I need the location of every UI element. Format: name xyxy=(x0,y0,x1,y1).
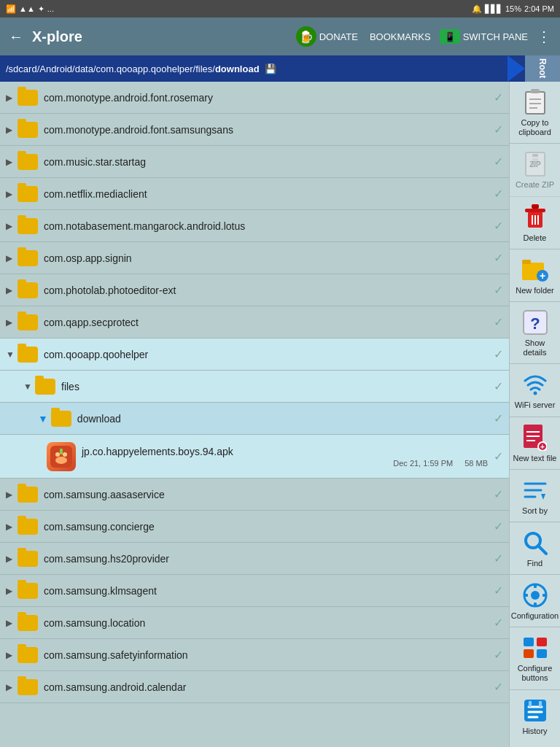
svg-point-1 xyxy=(55,452,60,457)
battery-text: 15% xyxy=(505,4,521,13)
list-item[interactable]: ▶ com.samsung.aasaservice ✓ xyxy=(0,479,509,511)
list-item[interactable]: ▶ com.samsung.safetyinformation ✓ xyxy=(0,639,509,671)
expand-arrow: ▶ xyxy=(6,522,18,532)
svg-text:?: ? xyxy=(530,314,540,333)
list-item[interactable]: ▶ com.samsung.concierge ✓ xyxy=(0,511,509,543)
expand-arrow: ▶ xyxy=(6,157,18,167)
question-icon: ? xyxy=(522,309,548,336)
svg-rect-4 xyxy=(60,449,63,454)
check-icon: ✓ xyxy=(494,449,503,463)
list-item[interactable]: ▶ com.monotype.android.font.rosemary ✓ xyxy=(0,82,509,114)
folder-icon xyxy=(18,347,38,363)
list-item[interactable]: ▼ com.qooapp.qoohelper ✓ xyxy=(0,338,509,371)
delete-label: Delete xyxy=(524,233,547,243)
root-button[interactable]: Root xyxy=(525,55,560,82)
donate-button[interactable]: 🍺 DONATE xyxy=(296,26,358,47)
bookmarks-button[interactable]: BOOKMARKS xyxy=(367,31,431,42)
svg-rect-43 xyxy=(534,603,537,607)
check-icon: ✓ xyxy=(494,347,503,361)
config-btns-icon xyxy=(522,635,548,661)
file-name: com.samsung.safetyinformation xyxy=(44,649,488,661)
history-icon xyxy=(522,697,548,724)
expand-arrow: ▶ xyxy=(6,253,18,263)
apk-size: 58 MB xyxy=(464,459,488,468)
configuration-button[interactable]: Configuration xyxy=(510,575,560,627)
expand-arrow: ▶ xyxy=(6,554,18,564)
list-item[interactable]: ▶ com.samsung.location ✓ xyxy=(0,607,509,639)
history-button[interactable]: History xyxy=(510,690,560,743)
list-item[interactable]: ▶ com.qapp.secprotect ✓ xyxy=(0,306,509,338)
apk-date: Dec 21, 1:59 PM xyxy=(393,459,453,468)
svg-rect-46 xyxy=(524,638,534,646)
svg-rect-12 xyxy=(532,154,538,157)
folder-icon xyxy=(18,551,38,567)
wifi-icon xyxy=(522,371,548,398)
clipboard-icon xyxy=(522,89,548,115)
sort-by-button[interactable]: Sort by xyxy=(510,470,560,522)
svg-text:+: + xyxy=(539,270,545,282)
check-icon: ✓ xyxy=(494,616,503,630)
list-item[interactable]: ▶ com.monotype.android.font.samsungsans … xyxy=(0,114,509,146)
svg-point-27 xyxy=(533,392,537,395)
folder-icon xyxy=(18,487,38,503)
status-right-icons: 🔔 ▋▋▋ 15% 2:04 PM xyxy=(472,4,554,14)
list-item[interactable]: ▶ com.osp.app.signin ✓ xyxy=(0,242,509,274)
configure-buttons-button[interactable]: Configure buttons xyxy=(510,627,560,689)
sd-card-icon: 💾 xyxy=(265,63,276,74)
file-name: com.notabasement.mangarock.android.lotus xyxy=(44,220,488,232)
check-icon: ✓ xyxy=(494,519,503,533)
expand-arrow: ▼ xyxy=(23,382,35,392)
folder-icon xyxy=(18,679,38,695)
check-icon: ✓ xyxy=(494,251,503,265)
switch-pane-icon: 📱 xyxy=(440,29,460,44)
app-title: X-plore xyxy=(32,28,287,45)
list-item[interactable]: ▶ com.notabasement.mangarock.android.lot… xyxy=(0,210,509,242)
list-item[interactable]: ▶ com.photolab.photoeditor-ext ✓ xyxy=(0,274,509,306)
svg-rect-22 xyxy=(522,260,531,264)
delete-button[interactable]: Delete xyxy=(510,197,560,249)
expand-arrow: ▶ xyxy=(6,221,18,231)
create-zip-button[interactable]: ZIP Create ZIP xyxy=(510,144,560,196)
expand-arrow: ▶ xyxy=(6,125,18,135)
svg-rect-49 xyxy=(537,649,547,658)
wifi-server-button[interactable]: WiFi server xyxy=(510,364,560,417)
file-name: com.samsung.klmsagent xyxy=(44,585,488,597)
main-area: ▶ com.monotype.android.font.rosemary ✓ ▶… xyxy=(0,82,560,747)
folder-icon xyxy=(18,250,38,266)
list-item[interactable]: ▶ com.music.star.startag ✓ xyxy=(0,146,509,178)
time-text: 2:04 PM xyxy=(524,4,554,13)
file-name: com.osp.app.signin xyxy=(44,252,488,264)
configure-buttons-label: Configure buttons xyxy=(513,664,557,683)
show-details-button[interactable]: ? Show details xyxy=(510,302,560,364)
find-button[interactable]: Find xyxy=(510,522,560,575)
overflow-menu-button[interactable]: ⋮ xyxy=(537,28,551,45)
list-item[interactable]: ▶ com.samsung.klmsagent ✓ xyxy=(0,575,509,607)
wifi-server-label: WiFi server xyxy=(515,400,556,410)
switch-pane-button[interactable]: 📱 SWITCH PANE xyxy=(440,29,528,44)
config-icon xyxy=(522,582,548,608)
expand-arrow: ▶ xyxy=(6,650,18,660)
signal-icon: 📶 xyxy=(6,4,16,14)
expand-arrow: ▼ xyxy=(6,349,18,360)
folder-icon xyxy=(18,218,38,234)
list-item[interactable]: ▶ com.samsung.android.calendar ✓ xyxy=(0,671,509,703)
folder-icon xyxy=(18,615,38,631)
expand-arrow: ▶ xyxy=(6,682,18,692)
new-folder-button[interactable]: + New folder xyxy=(510,249,560,302)
folder-icon xyxy=(51,411,71,427)
configuration-label: Configuration xyxy=(511,611,559,621)
check-icon: ✓ xyxy=(494,487,503,501)
list-item[interactable]: ▶ com.samsung.hs20provider ✓ xyxy=(0,543,509,575)
svg-rect-54 xyxy=(529,701,532,707)
list-item[interactable]: ▶ com.netflix.mediaclient ✓ xyxy=(0,178,509,210)
list-item[interactable]: ▼ download ✓ xyxy=(0,403,509,435)
copy-to-clipboard-button[interactable]: Copy to clipboard xyxy=(510,82,560,144)
list-item[interactable]: jp.co.happyelements.boys.94.apk Dec 21, … xyxy=(0,435,509,479)
expand-arrow: ▶ xyxy=(6,317,18,328)
new-text-file-button[interactable]: + New text file xyxy=(510,417,560,470)
sort-by-label: Sort by xyxy=(522,506,548,516)
expand-arrow: ▶ xyxy=(6,489,18,500)
show-details-label: Show details xyxy=(513,338,557,357)
list-item[interactable]: ▼ files ✓ xyxy=(0,371,509,403)
back-button[interactable]: ← xyxy=(9,28,23,45)
